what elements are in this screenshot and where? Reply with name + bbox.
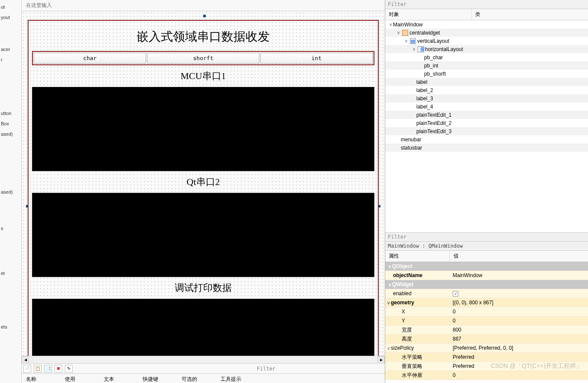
widget-item[interactable]: yout <box>0 12 21 22</box>
tree-header-class[interactable]: 类 <box>472 9 484 20</box>
prop-value[interactable]: 867 <box>450 336 588 342</box>
form-canvas[interactable]: 嵌入式领域串口数据收发 char shorft int MCU串口1 Qt串口2… <box>28 20 379 356</box>
tree-row[interactable]: label_2QLabel <box>385 86 588 94</box>
pb-shorft-button[interactable]: shorft <box>147 53 259 64</box>
tree-header-object[interactable]: 对象 <box>385 9 472 20</box>
tree-object-name: label_4 <box>416 104 433 110</box>
prop-value[interactable]: [(0, 0), 800 x 867] <box>450 300 588 306</box>
tree-row[interactable]: labelQLabel <box>385 78 588 86</box>
prop-row[interactable]: enabled✓ <box>385 289 588 298</box>
widget-item[interactable]: acer <box>0 44 21 54</box>
prop-header-name[interactable]: 属性 <box>385 251 450 262</box>
prop-row[interactable]: 高度867 <box>385 335 588 344</box>
object-tree[interactable]: ∨MainWindowQMainWindow∨centralwidgetQWid… <box>385 20 588 232</box>
prop-header-value[interactable]: 值 <box>450 251 462 262</box>
prop-value[interactable]: [Preferred, Preferred, 0, 0] <box>450 345 588 351</box>
tree-row[interactable]: statusbarQStatusBar <box>385 144 588 152</box>
widget-item[interactable]: ets <box>0 322 21 332</box>
prop-row[interactable]: 垂直策略Preferred <box>385 362 588 371</box>
scroll-left-icon[interactable]: ◀ <box>22 356 29 364</box>
expander-icon[interactable]: ∨ <box>411 47 416 51</box>
plaintextedit-2[interactable] <box>32 193 374 277</box>
widget-item[interactable]: ased) <box>0 187 21 197</box>
tree-row[interactable]: ∨centralwidgetQWidget <box>385 29 588 37</box>
col-name[interactable]: 名称 <box>22 374 61 383</box>
copy-icon[interactable]: 📋 <box>34 365 42 373</box>
tree-row[interactable]: pb_shorftQPushButton <box>385 70 588 78</box>
expander-icon[interactable]: ∨ <box>396 30 401 35</box>
prop-row[interactable]: ∨QWidget <box>385 280 588 289</box>
edit-icon[interactable]: ✎ <box>65 365 73 373</box>
expander-icon[interactable]: ∨ <box>388 22 393 27</box>
col-shortcut[interactable]: 快捷键 <box>138 374 177 383</box>
expander-icon[interactable]: ∨ <box>387 264 392 269</box>
object-filter-input[interactable]: Filter <box>385 0 588 9</box>
prop-row[interactable]: 宽度800 <box>385 326 588 335</box>
scroll-right-icon[interactable]: ▶ <box>377 356 385 364</box>
widget-item[interactable]: utton <box>0 108 21 118</box>
tree-row[interactable]: label_4QLabel <box>385 102 588 111</box>
prop-value[interactable]: 0 <box>450 372 588 378</box>
tree-row[interactable]: ∨verticalLayoutQVBoxLayout <box>385 37 588 45</box>
plaintextedit-3[interactable] <box>32 299 374 356</box>
widget-item[interactable]: Box <box>0 118 21 129</box>
prop-value[interactable]: MainWindow <box>450 272 588 278</box>
col-used[interactable]: 使用 <box>61 374 99 383</box>
checkbox-icon[interactable]: ✓ <box>453 291 458 297</box>
pb-int-button[interactable]: int <box>260 53 373 64</box>
expander-icon[interactable]: ∨ <box>387 282 392 287</box>
tree-row[interactable]: ∨horizontalLayoutQHBoxLayout <box>385 45 588 53</box>
col-checkable[interactable]: 可选的 <box>177 374 216 383</box>
col-tooltip[interactable]: 工具提示 <box>216 374 255 383</box>
prop-row[interactable]: ∨geometry[(0, 0), 800 x 867] <box>385 298 588 307</box>
prop-row[interactable]: Y0 <box>385 316 588 326</box>
pb-char-button[interactable]: char <box>34 53 146 64</box>
type-here-hint[interactable]: 在这里输入 <box>22 0 385 11</box>
form-canvas-area[interactable]: 嵌入式领域串口数据收发 char shorft int MCU串口1 Qt串口2… <box>22 11 385 356</box>
label-qt[interactable]: Qt串口2 <box>32 171 374 193</box>
prop-value[interactable]: 0 <box>450 318 588 324</box>
widget-item[interactable]: ut <box>0 2 21 12</box>
prop-value[interactable]: Preferred <box>450 354 588 360</box>
tree-row[interactable]: plainTextEdit_3QPlainTextEdit <box>385 127 588 135</box>
tree-row[interactable]: label_3QLabel <box>385 94 588 102</box>
tree-row[interactable]: pb_charQPushButton <box>385 53 588 61</box>
tree-row[interactable]: menubarQMenuBar <box>385 135 588 144</box>
widget-item[interactable]: r <box>0 54 21 65</box>
expander-icon[interactable]: ∨ <box>387 300 390 305</box>
prop-value[interactable]: 0 <box>450 309 588 315</box>
paste-icon[interactable]: 📑 <box>44 365 52 373</box>
prop-row[interactable]: X0 <box>385 307 588 316</box>
title-label[interactable]: 嵌入式领域串口数据收发 <box>32 24 374 51</box>
prop-value[interactable]: ✓ <box>450 290 588 297</box>
prop-row[interactable]: 水平伸展0 <box>385 371 588 380</box>
prop-value[interactable]: Preferred <box>450 363 588 369</box>
tree-row[interactable]: plainTextEdit_2QPlainTextEdit <box>385 119 588 127</box>
expander-icon[interactable]: ∨ <box>387 346 390 351</box>
property-table[interactable]: ∨QObjectobjectNameMainWindow∨QWidgetenab… <box>385 262 588 383</box>
new-file-icon[interactable]: 📄 <box>23 365 31 373</box>
label-mcu[interactable]: MCU串口1 <box>32 65 374 87</box>
plaintextedit-1[interactable] <box>32 87 374 171</box>
property-filter-input[interactable]: Filter <box>385 232 588 242</box>
action-toolbar: 📄 📋 📑 ✖ ✎ Filter <box>22 363 385 373</box>
widget-box-panel[interactable]: ut yout acer r utton Box ased) ased) s e… <box>0 0 22 383</box>
prop-value[interactable]: 800 <box>450 327 588 333</box>
widget-item[interactable]: et <box>0 268 21 278</box>
action-filter-input[interactable]: Filter <box>257 366 275 372</box>
horizontal-scrollbar[interactable]: ◀ ▶ <box>22 356 385 363</box>
prop-row[interactable]: 水平策略Preferred <box>385 353 588 362</box>
prop-row[interactable]: objectNameMainWindow <box>385 271 588 280</box>
tree-object-name: plainTextEdit_3 <box>416 128 451 134</box>
expander-icon[interactable]: ∨ <box>403 38 409 43</box>
delete-icon[interactable]: ✖ <box>54 365 62 373</box>
col-text[interactable]: 文本 <box>99 374 138 383</box>
widget-item[interactable]: s <box>0 223 21 233</box>
label-debug[interactable]: 调试打印数据 <box>32 277 374 299</box>
prop-row[interactable]: ∨QObject <box>385 262 588 271</box>
tree-row[interactable]: ∨MainWindowQMainWindow <box>385 20 588 29</box>
widget-item[interactable]: ased) <box>0 129 21 139</box>
tree-row[interactable]: pb_intQPushButton <box>385 61 588 70</box>
prop-row[interactable]: ∨sizePolicy[Preferred, Preferred, 0, 0] <box>385 344 588 353</box>
tree-row[interactable]: plainTextEdit_1QPlainTextEdit <box>385 111 588 119</box>
